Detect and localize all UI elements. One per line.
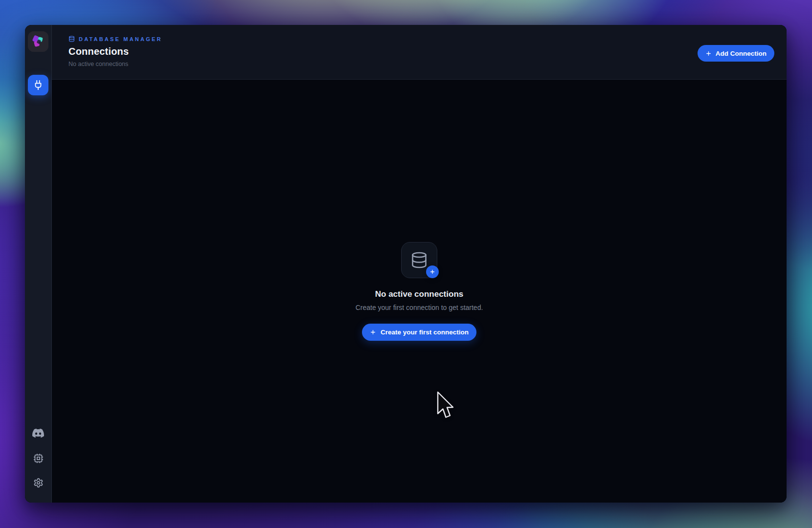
create-first-connection-label: Create your first connection xyxy=(381,329,469,336)
page-subtitle: No active connections xyxy=(68,61,162,67)
settings-button[interactable] xyxy=(33,478,44,488)
system-button[interactable] xyxy=(33,453,44,463)
empty-state-title: No active connections xyxy=(375,289,463,299)
header-titles: DATABASE MANAGER Connections No active c… xyxy=(68,25,162,79)
add-connection-button[interactable]: Add Connection xyxy=(698,45,774,62)
add-badge[interactable] xyxy=(426,265,439,278)
plus-icon xyxy=(705,50,712,57)
plus-icon xyxy=(429,269,435,275)
plus-icon xyxy=(370,329,376,335)
cpu-chip-icon xyxy=(33,453,44,463)
sidebar-item-connections[interactable] xyxy=(28,75,48,95)
app-window: DATABASE MANAGER Connections No active c… xyxy=(25,25,787,503)
discord-button[interactable] xyxy=(32,427,44,439)
content-area: DATABASE MANAGER Connections No active c… xyxy=(52,25,787,503)
database-icon xyxy=(410,251,428,269)
sidebar xyxy=(25,25,52,503)
app-label-row: DATABASE MANAGER xyxy=(68,36,162,42)
app-logo-icon xyxy=(28,31,48,52)
create-first-connection-button[interactable]: Create your first connection xyxy=(362,324,476,341)
empty-state-subtitle: Create your first connection to get star… xyxy=(356,304,483,311)
discord-icon xyxy=(32,427,44,439)
page-header: DATABASE MANAGER Connections No active c… xyxy=(52,25,787,80)
app-label: DATABASE MANAGER xyxy=(79,36,162,42)
settings-gear-icon xyxy=(33,478,44,488)
connections-empty-state: No active connections Create your first … xyxy=(52,80,787,503)
plug-icon xyxy=(33,80,44,90)
database-icon xyxy=(68,36,75,42)
database-icon-box xyxy=(401,242,437,278)
sidebar-footer xyxy=(32,427,44,503)
page-title: Connections xyxy=(68,46,162,57)
app-logo[interactable] xyxy=(28,31,48,52)
add-connection-label: Add Connection xyxy=(716,50,767,57)
